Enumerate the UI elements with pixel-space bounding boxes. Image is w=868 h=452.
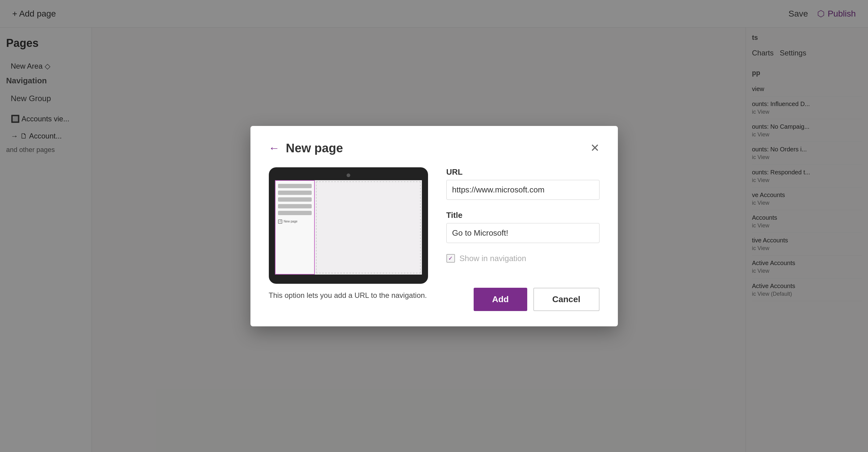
tablet-dot-2 — [278, 191, 281, 194]
title-label: Title — [446, 210, 599, 220]
show-in-navigation-row: Show in navigation — [446, 254, 599, 263]
title-input[interactable] — [446, 223, 599, 243]
tablet-row-2 — [278, 191, 312, 195]
back-icon: ← — [269, 142, 280, 154]
add-button[interactable]: Add — [474, 288, 527, 311]
tablet-row-5 — [278, 211, 312, 215]
tablet-line-5 — [283, 211, 312, 215]
tablet-new-page-icon: ↺ — [278, 219, 282, 224]
dialog-footer: Add Cancel — [446, 288, 599, 311]
dialog-form: URL Title Show in navigation Add Cancel — [446, 167, 599, 311]
tablet-screen: ↺ New page — [275, 180, 422, 275]
url-input[interactable] — [446, 180, 599, 200]
tablet-line-2 — [283, 191, 312, 194]
tablet-dot — [278, 185, 281, 188]
tablet-dot-4 — [278, 205, 281, 208]
show-in-navigation-checkbox[interactable] — [446, 254, 455, 263]
tablet-row-1 — [278, 184, 312, 188]
close-button[interactable]: ✕ — [590, 142, 599, 153]
dialog-title: New page — [286, 141, 343, 155]
dialog-preview: ↺ New page This option lets you add a UR… — [269, 167, 428, 311]
back-button[interactable]: ← — [269, 142, 280, 154]
dialog-body: ↺ New page This option lets you add a UR… — [269, 167, 599, 311]
tablet-sidebar: ↺ New page — [275, 180, 315, 275]
url-label: URL — [446, 167, 599, 177]
tablet-camera — [347, 173, 350, 177]
tablet-line-3 — [283, 198, 312, 201]
tablet-dot-5 — [278, 211, 281, 215]
url-form-group: URL — [446, 167, 599, 200]
show-in-navigation-label: Show in navigation — [460, 254, 526, 263]
tablet-content-area — [316, 181, 421, 273]
new-page-dialog: ← New page ✕ — [250, 126, 618, 327]
tablet-dot-3 — [278, 198, 281, 201]
title-form-group: Title — [446, 210, 599, 243]
dialog-header: ← New page ✕ — [269, 141, 599, 155]
tablet-row-4 — [278, 204, 312, 208]
cancel-button[interactable]: Cancel — [533, 288, 599, 311]
tablet-line-4 — [283, 205, 312, 208]
tablet-line — [283, 185, 312, 188]
dialog-description: This option lets you add a URL to the na… — [269, 290, 428, 301]
tablet-new-page-item: ↺ New page — [278, 219, 312, 224]
tablet-row-3 — [278, 197, 312, 202]
tablet-new-page-text: New page — [284, 220, 298, 223]
tablet-preview: ↺ New page — [269, 167, 428, 284]
